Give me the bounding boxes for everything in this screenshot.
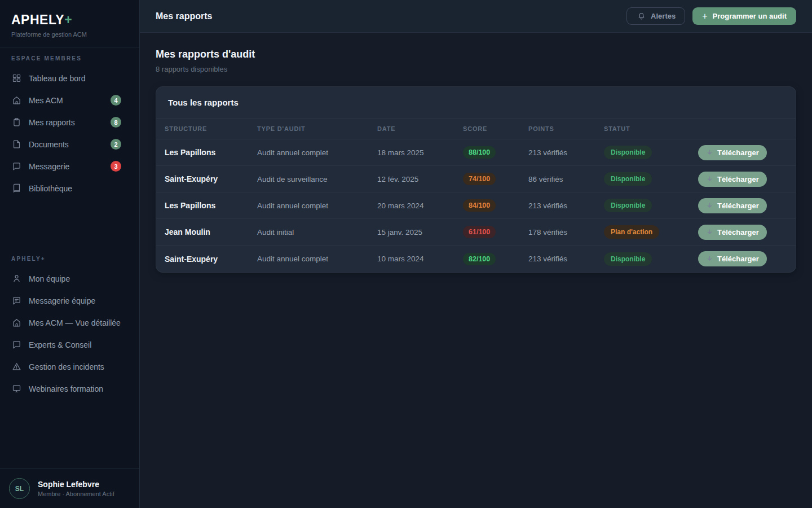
table-header-row: StructureType d'auditDateScorePointsStat… bbox=[156, 119, 796, 139]
sidebar-item-experts-conseil[interactable]: Experts & Conseil bbox=[0, 334, 139, 356]
sidebar-item-label: Gestion des incidents bbox=[29, 362, 128, 371]
sidebar-item-mes-acm-vue-detaillee[interactable]: Mes ACM — Vue détaillée bbox=[0, 312, 139, 334]
structure-cell: Saint-Exupéry bbox=[165, 174, 257, 183]
table-row: Saint-Exupéry Audit annuel complet 10 ma… bbox=[156, 246, 796, 272]
structure-cell: Les Papillons bbox=[165, 201, 257, 210]
sidebar-item-mon-equipe[interactable]: Mon équipe bbox=[0, 268, 139, 290]
app-root: APHELY+ Plateforme de gestion ACM ESPACE… bbox=[0, 0, 812, 508]
sidebar-section-label: APHELY+ bbox=[0, 256, 139, 262]
alerts-button[interactable]: Alertes bbox=[626, 7, 685, 25]
points-cell: 178 vérifiés bbox=[528, 228, 604, 237]
download-button[interactable]: Télécharger bbox=[698, 198, 767, 213]
avatar: SL bbox=[9, 478, 30, 499]
alerts-button-label: Alertes bbox=[651, 12, 676, 20]
actions-cell: Télécharger bbox=[698, 172, 787, 187]
status-cell: Disponible bbox=[604, 199, 698, 212]
sidebar-item-label: Documents bbox=[29, 140, 103, 149]
user-profile[interactable]: SL Sophie Lefebvre Membre · Abonnement A… bbox=[0, 468, 139, 508]
sidebar-item-label: Bibliothèque bbox=[29, 184, 128, 193]
sidebar-item-messagerie-equipe[interactable]: Messagerie équipe bbox=[0, 290, 139, 312]
logo-block: APHELY+ Plateforme de gestion ACM bbox=[0, 0, 139, 47]
download-icon bbox=[706, 149, 713, 156]
chat-lines-icon bbox=[11, 296, 21, 306]
audit-type-cell: Audit annuel complet bbox=[257, 202, 377, 210]
score-badge: 82/100 bbox=[463, 253, 496, 265]
sidebar-item-label: Experts & Conseil bbox=[29, 340, 128, 349]
download-icon bbox=[706, 176, 713, 183]
plus-icon: + bbox=[702, 12, 707, 21]
download-icon bbox=[706, 202, 713, 209]
sidebar-section-aphely: APHELY+Mon équipeMessagerie équipeMes AC… bbox=[0, 256, 139, 400]
status-cell: Disponible bbox=[604, 172, 698, 186]
status-badge: Disponible bbox=[604, 252, 652, 266]
app-subtitle: Plateforme de gestion ACM bbox=[11, 31, 128, 38]
download-button[interactable]: Télécharger bbox=[698, 172, 767, 187]
audit-type-cell: Audit initial bbox=[257, 228, 377, 237]
sidebar-item-label: Mes ACM — Vue détaillée bbox=[29, 318, 128, 327]
sidebar-item-bibliotheque[interactable]: Bibliothèque bbox=[0, 177, 139, 199]
chat-icon bbox=[11, 340, 21, 350]
column-header-score: Score bbox=[463, 125, 528, 132]
date-cell: 15 janv. 2025 bbox=[377, 228, 463, 237]
sidebar-item-webinaires-formation[interactable]: Webinaires formation bbox=[0, 378, 139, 400]
home-icon bbox=[11, 95, 21, 106]
download-label: Télécharger bbox=[717, 255, 759, 263]
sidebar-item-mes-acm[interactable]: Mes ACM4 bbox=[0, 89, 139, 111]
sidebar-item-gestion-des-incidents[interactable]: Gestion des incidents bbox=[0, 356, 139, 378]
status-badge: Disponible bbox=[604, 146, 652, 159]
date-cell: 20 mars 2024 bbox=[377, 202, 463, 210]
user-subscription-status: Membre · Abonnement Actif bbox=[38, 491, 114, 497]
actions-cell: Télécharger bbox=[698, 198, 787, 213]
app-logo: APHELY+ bbox=[11, 12, 128, 28]
points-cell: 213 vérifiés bbox=[528, 202, 604, 210]
download-button[interactable]: Télécharger bbox=[698, 225, 767, 240]
download-label: Télécharger bbox=[717, 175, 759, 183]
table-row: Saint-Exupéry Audit de surveillance 12 f… bbox=[156, 166, 796, 192]
sidebar-item-tableau-de-bord[interactable]: Tableau de bord bbox=[0, 67, 139, 89]
brand-name: APHELY bbox=[11, 12, 64, 27]
user-name: Sophie Lefebvre bbox=[38, 480, 114, 489]
actions-cell: Télécharger bbox=[698, 145, 787, 160]
audit-type-cell: Audit annuel complet bbox=[257, 255, 377, 263]
sidebar-item-documents[interactable]: Documents2 bbox=[0, 133, 139, 155]
reports-card: Tous les rapports StructureType d'auditD… bbox=[156, 86, 796, 273]
sidebar-item-messagerie[interactable]: Messagerie3 bbox=[0, 155, 139, 177]
date-cell: 10 mars 2024 bbox=[377, 255, 463, 263]
sidebar-section-label: ESPACE MEMBRES bbox=[0, 55, 139, 62]
main-area: Mes rapports Alertes + Programmer un aud… bbox=[140, 0, 812, 508]
section-title: Mes rapports d'audit bbox=[156, 49, 796, 60]
table-body: Les Papillons Audit annuel complet 18 ma… bbox=[156, 139, 796, 272]
score-badge: 74/100 bbox=[463, 173, 496, 185]
actions-cell: Télécharger bbox=[698, 251, 787, 266]
chat-icon bbox=[11, 161, 21, 172]
download-label: Télécharger bbox=[717, 148, 759, 157]
schedule-audit-label: Programmer un audit bbox=[713, 12, 787, 20]
sidebar-item-label: Mes rapports bbox=[29, 118, 103, 127]
home-icon bbox=[11, 318, 21, 328]
sidebar-item-label: Tableau de bord bbox=[29, 74, 128, 83]
card-title: Tous les rapports bbox=[156, 87, 796, 119]
score-badge: 84/100 bbox=[463, 199, 496, 212]
user-icon bbox=[11, 274, 21, 284]
top-header: Mes rapports Alertes + Programmer un aud… bbox=[140, 0, 812, 33]
structure-cell: Saint-Exupéry bbox=[165, 255, 257, 264]
content-area: Mes rapports d'audit 8 rapports disponib… bbox=[140, 33, 812, 508]
score-badge: 61/100 bbox=[463, 226, 496, 238]
score-cell: 74/100 bbox=[463, 173, 528, 185]
download-button[interactable]: Télécharger bbox=[698, 251, 767, 266]
dashboard-grid-icon bbox=[11, 73, 21, 84]
table-row: Les Papillons Audit annuel complet 18 ma… bbox=[156, 139, 796, 166]
sidebar-item-label: Mes ACM bbox=[29, 96, 103, 105]
status-badge: Disponible bbox=[604, 172, 652, 186]
structure-cell: Les Papillons bbox=[165, 148, 257, 157]
download-label: Télécharger bbox=[717, 228, 759, 237]
brand-plus: + bbox=[64, 12, 72, 27]
schedule-audit-button[interactable]: + Programmer un audit bbox=[692, 7, 796, 25]
bell-icon bbox=[636, 11, 646, 21]
download-button[interactable]: Télécharger bbox=[698, 145, 767, 160]
download-icon bbox=[706, 255, 713, 262]
sidebar-item-mes-rapports[interactable]: Mes rapports8 bbox=[0, 111, 139, 133]
table-row: Jean Moulin Audit initial 15 janv. 2025 … bbox=[156, 219, 796, 246]
download-label: Télécharger bbox=[717, 202, 759, 210]
audit-type-cell: Audit annuel complet bbox=[257, 148, 377, 157]
